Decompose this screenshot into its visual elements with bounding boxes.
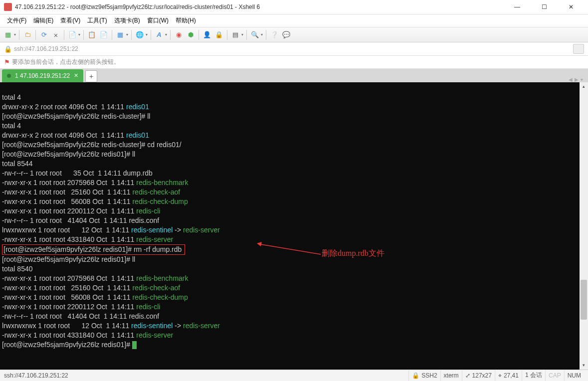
status-address: ssh://47.106.219.251:22 bbox=[4, 372, 68, 379]
annotation-label: 删除dump.rdb文件 bbox=[322, 248, 385, 258]
lock-icon: 🔒 bbox=[412, 372, 419, 379]
menu-window[interactable]: 窗口(W) bbox=[144, 15, 172, 26]
find-icon[interactable]: 🔍 bbox=[250, 30, 260, 40]
lock-icon[interactable]: 🔒 bbox=[214, 30, 224, 40]
maximize-button[interactable]: ☐ bbox=[534, 3, 554, 10]
status-num: NUM bbox=[564, 370, 584, 381]
close-button[interactable]: ✕ bbox=[561, 3, 581, 10]
menu-file[interactable]: 文件(F) bbox=[4, 15, 29, 26]
scroll-down-icon[interactable]: ▾ bbox=[580, 361, 588, 370]
add-tab-button[interactable]: + bbox=[85, 70, 97, 82]
lock-icon: 🔒 bbox=[4, 45, 12, 53]
dropdown-icon[interactable]: ▾ bbox=[146, 32, 148, 37]
properties-icon[interactable]: 📄 bbox=[67, 30, 77, 40]
menu-tab[interactable]: 选项卡(B) bbox=[111, 15, 143, 26]
xftp-icon[interactable]: ⬢ bbox=[186, 30, 196, 40]
reconnect-icon[interactable]: ⟳ bbox=[39, 30, 49, 40]
dropdown-icon[interactable]: ▾ bbox=[126, 32, 128, 37]
user-icon[interactable]: 👤 bbox=[202, 30, 212, 40]
status-size: ⤢ 127x27 bbox=[462, 370, 495, 381]
dropdown-icon[interactable]: ▾ bbox=[14, 32, 16, 37]
status-ssh: 🔒SSH2 bbox=[408, 370, 440, 381]
dropdown-icon[interactable]: ▾ bbox=[261, 32, 263, 37]
hint-text: 要添加当前会话，点击左侧的箭头按钮。 bbox=[12, 58, 120, 66]
tab-label: 1 47.106.219.251:22 bbox=[15, 72, 70, 79]
resize-icon: ⤢ bbox=[465, 372, 470, 379]
cursor bbox=[132, 341, 137, 349]
tab-menu-icon[interactable]: ▾ bbox=[581, 77, 583, 82]
disconnect-icon[interactable]: ⨉ bbox=[51, 30, 61, 40]
status-pos: ⌖ 27,41 bbox=[495, 370, 522, 381]
svg-line-0 bbox=[258, 244, 321, 254]
menu-bar: 文件(F) 编辑(E) 查看(V) 工具(T) 选项卡(B) 窗口(W) 帮助(… bbox=[0, 14, 588, 27]
scroll-up-icon[interactable]: ▴ bbox=[580, 82, 588, 91]
status-term: xterm bbox=[440, 370, 462, 381]
title-bar: 47.106.219.251:22 - root@izwz9ef5sjam9pv… bbox=[0, 0, 588, 14]
window-controls: — ☐ ✕ bbox=[507, 3, 584, 10]
tab-prev-icon[interactable]: ◀ bbox=[569, 77, 573, 82]
address-text[interactable]: ssh://47.106.219.251:22 bbox=[14, 45, 573, 52]
highlighted-command: [root@izwz9ef5sjam9pvfyiz26lz redis01]# … bbox=[2, 244, 185, 255]
app-icon bbox=[4, 3, 12, 11]
terminal[interactable]: total 4 drwxr-xr-x 2 root root 4096 Oct … bbox=[0, 82, 580, 370]
toolbar: ▦▾ 🗀 ⟳ ⨉ 📄▾ 📋 📄 ▦▾ 🌐▾ A▾ ◉ ⬢ 👤 🔒 ▤▾ 🔍▾ ❔… bbox=[0, 27, 588, 42]
tile-icon[interactable]: ▦ bbox=[115, 30, 125, 40]
status-bar: ssh://47.106.219.251:22 🔒SSH2 xterm ⤢ 12… bbox=[0, 370, 588, 381]
minimize-button[interactable]: — bbox=[507, 3, 527, 10]
feedback-icon[interactable]: 💬 bbox=[281, 30, 291, 40]
hint-bar: ⚑ 要添加当前会话，点击左侧的箭头按钮。 bbox=[0, 56, 588, 68]
new-session-icon[interactable]: ▦ bbox=[3, 30, 13, 40]
scroll-thumb[interactable] bbox=[581, 280, 587, 320]
svg-marker-1 bbox=[257, 242, 262, 246]
menu-edit[interactable]: 编辑(E) bbox=[30, 15, 56, 26]
font-icon[interactable]: A bbox=[154, 30, 164, 40]
menu-help[interactable]: 帮助(H) bbox=[173, 15, 199, 26]
dropdown-icon[interactable]: ▾ bbox=[241, 32, 243, 37]
dropdown-icon[interactable]: ▾ bbox=[78, 32, 80, 37]
status-cap: CAP bbox=[545, 370, 564, 381]
status-sessions: 1 会话 bbox=[522, 370, 545, 381]
menu-tools[interactable]: 工具(T) bbox=[84, 15, 110, 26]
address-bar: 🔒 ssh://47.106.219.251:22 bbox=[0, 42, 588, 56]
annotation-arrow bbox=[257, 242, 322, 257]
tab-next-icon[interactable]: ▶ bbox=[575, 77, 579, 82]
cursor-pos-icon: ⌖ bbox=[498, 372, 502, 379]
paste-icon[interactable]: 📄 bbox=[99, 30, 109, 40]
tab-close-icon[interactable]: ✕ bbox=[74, 72, 78, 79]
go-button[interactable] bbox=[573, 44, 584, 54]
help-icon[interactable]: ❔ bbox=[269, 30, 279, 40]
flag-icon: ⚑ bbox=[4, 58, 10, 66]
session-tab[interactable]: 1 47.106.219.251:22 ✕ bbox=[2, 69, 83, 82]
status-dot-icon bbox=[7, 74, 11, 78]
menu-view[interactable]: 查看(V) bbox=[57, 15, 83, 26]
copy-icon[interactable]: 📋 bbox=[87, 30, 97, 40]
tab-bar: 1 47.106.219.251:22 ✕ + ◀ ▶ ▾ bbox=[0, 69, 588, 82]
window-title: 47.106.219.251:22 - root@izwz9ef5sjam9pv… bbox=[15, 3, 507, 10]
globe-icon[interactable]: 🌐 bbox=[135, 30, 145, 40]
open-icon[interactable]: 🗀 bbox=[22, 30, 32, 40]
dropdown-icon[interactable]: ▾ bbox=[165, 32, 167, 37]
bars-icon[interactable]: ▤ bbox=[230, 30, 240, 40]
xshell-icon[interactable]: ◉ bbox=[174, 30, 184, 40]
scrollbar[interactable]: ▴ ▾ bbox=[580, 82, 588, 370]
scroll-track[interactable] bbox=[580, 91, 588, 361]
